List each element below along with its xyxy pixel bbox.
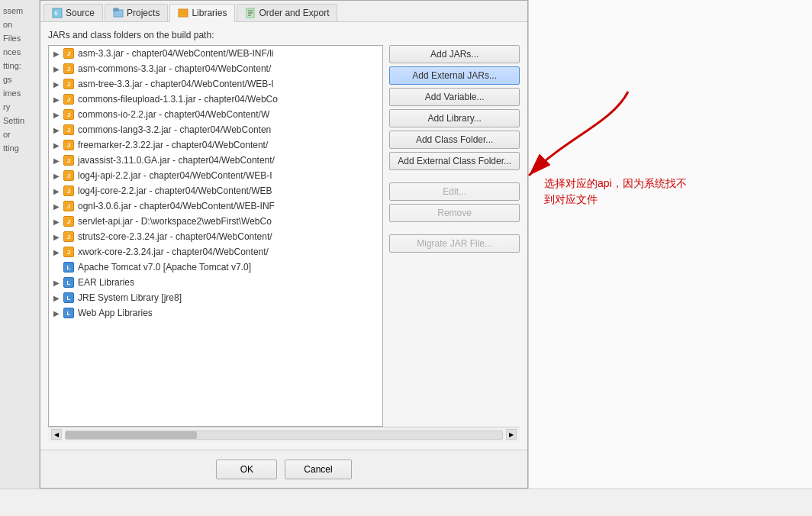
list-item[interactable]: ▶ log4j-core-2.2.jar - chapter04/WebCont… [49,183,382,198]
sidebar-item-4: Files [3,34,36,43]
tab-libraries[interactable]: Libraries [169,4,235,22]
jar-icon [63,154,75,166]
scrollbar-track[interactable] [65,431,503,440]
list-item[interactable]: ▶ commons-io-2.2.jar - chapter04/WebCont… [49,107,382,122]
list-item[interactable]: ▶ Web App Libraries [49,305,382,321]
jar-icon [63,47,75,60]
add-jars-button[interactable]: Add JARs... [389,45,520,63]
list-item[interactable]: ▶ commons-fileupload-1.3.1.jar - chapter… [49,92,382,107]
tabs-bar: S Source Projects [40,1,527,22]
expand-arrow: ▶ [52,79,61,89]
add-external-class-folder-button[interactable]: Add External Class Folder... [389,152,520,170]
expand-arrow: ▶ [52,95,61,104]
sidebar-item-13: Settin [3,116,36,125]
scroll-right-arrow[interactable]: ▶ [506,429,517,440]
list-item[interactable]: ▶ Apache Tomcat v7.0 [Apache Tomcat v7.0… [49,260,382,275]
dialog-content: JARs and class folders on the build path… [40,22,527,450]
add-external-jars-button[interactable]: Add External JARs... [389,66,520,85]
expand-arrow: ▶ [52,64,61,73]
list-item[interactable]: ▶ javassist-3.11.0.GA.jar - chapter04/We… [49,153,382,168]
remove-button[interactable]: Remove [389,204,520,222]
svg-rect-4 [179,9,188,17]
list-item[interactable]: ▶ JRE System Library [jre8] [49,290,382,305]
content-area: ▶ asm-3.3.jar - chapter04/WebContent/WEB… [48,45,520,427]
expand-arrow: ▶ [52,125,61,134]
sidebar-item-3: on [3,20,36,29]
buttons-panel: Add JARs... Add External JARs... Add Var… [389,45,520,427]
expand-arrow: ▶ [52,278,61,287]
tab-order-export-label: Order and Export [259,8,329,18]
list-item[interactable]: ▶ ognl-3.0.6.jar - chapter04/WebContent/… [49,198,382,214]
lib-icon [63,261,75,273]
projects-icon [113,8,124,18]
tab-source-label: Source [66,8,95,18]
list-item[interactable]: ▶ asm-3.3.jar - chapter04/WebContent/WEB… [49,46,382,61]
cancel-button[interactable]: Cancel [285,460,351,479]
expand-arrow: ▶ [52,308,61,318]
svg-text:S: S [54,11,58,16]
source-icon: S [52,8,63,18]
sidebar-item-6: nces [3,47,36,56]
list-item[interactable]: ▶ asm-tree-3.3.jar - chapter04/WebConten… [49,76,382,92]
tab-source[interactable]: S Source [44,4,103,21]
jar-icon [63,246,75,258]
list-item[interactable]: ▶ struts2-core-2.3.24.jar - chapter04/We… [49,229,382,244]
scrollbar-thumb [66,431,197,439]
list-panel[interactable]: ▶ asm-3.3.jar - chapter04/WebContent/WEB… [48,45,383,427]
order-icon [245,8,256,18]
jar-icon [63,124,75,136]
jar-icon [63,139,75,151]
libraries-icon [178,8,188,18]
list-item[interactable]: ▶ commons-lang3-3.2.jar - chapter04/WebC… [49,122,382,137]
list-item[interactable]: ▶ xwork-core-2.3.24.jar - chapter04/WebC… [49,244,382,260]
migrate-jar-button[interactable]: Migrate JAR File... [389,234,520,253]
list-item[interactable]: ▶ log4j-api-2.2.jar - chapter04/WebConte… [49,168,382,183]
jar-icon [63,185,75,197]
expand-arrow: ▶ [52,202,61,211]
jar-icon [63,215,75,227]
tab-projects[interactable]: Projects [105,4,168,21]
sidebar-item-15: tting [3,144,36,153]
svg-rect-3 [114,8,118,11]
list-label: JARs and class folders on the build path… [48,30,520,40]
lib-icon [63,307,75,319]
expand-arrow: ▶ [52,110,61,119]
left-sidebar: ssem on Files nces tting: gs imes ry Set… [0,0,40,489]
jar-icon [63,231,75,243]
add-variable-button[interactable]: Add Variable... [389,88,520,106]
expand-arrow: ▶ [52,186,61,195]
sidebar-item-10: imes [3,89,36,98]
lib-icon [63,292,75,304]
expand-arrow: ▶ [52,293,61,302]
jar-icon [63,78,75,90]
ok-button[interactable]: OK [216,460,277,479]
add-class-folder-button[interactable]: Add Class Folder... [389,131,520,149]
expand-arrow: ▶ [52,156,61,165]
annotation-area: 选择对应的api，因为系统找不 到对应文件 [528,0,812,489]
status-bar [0,489,812,516]
dialog: S Source Projects [40,0,528,489]
scroll-left-arrow[interactable]: ◀ [51,429,62,440]
button-spacer-2 [389,225,520,231]
sidebar-item-1: ssem [3,6,36,15]
main-container: ssem on Files nces tting: gs imes ry Set… [0,0,812,516]
list-item[interactable]: ▶ EAR Libraries [49,275,382,290]
tab-libraries-label: Libraries [192,8,227,18]
expand-arrow: ▶ [52,171,61,180]
dialog-footer: OK Cancel [40,450,527,488]
jar-icon [63,169,75,182]
add-library-button[interactable]: Add Library... [389,109,520,127]
list-item[interactable]: ▶ servlet-api.jar - D:\workspace2\webFir… [49,214,382,229]
sidebar-item-11: ry [3,102,36,111]
tab-order-export[interactable]: Order and Export [237,4,337,21]
edit-button[interactable]: Edit... [389,182,520,201]
expand-arrow: ▶ [52,49,61,58]
jar-icon [63,200,75,212]
button-spacer [389,173,520,179]
list-item[interactable]: ▶ asm-commons-3.3.jar - chapter04/WebCon… [49,61,382,76]
list-item[interactable]: ▶ freemarker-2.3.22.jar - chapter04/WebC… [49,137,382,153]
jar-icon [63,63,75,75]
expand-arrow: ▶ [52,232,61,241]
expand-arrow: ▶ [52,217,61,226]
jar-icon [63,108,75,121]
